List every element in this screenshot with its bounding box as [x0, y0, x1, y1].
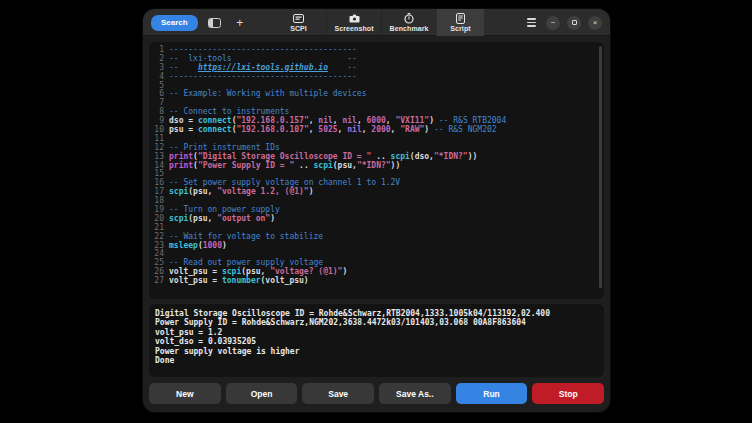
code-token: 2000	[371, 125, 390, 134]
stop-button[interactable]: Stop	[532, 383, 604, 404]
editor-scrollbar	[599, 46, 602, 295]
close-button[interactable]: ×	[588, 16, 602, 30]
code-text: msleep(1000)	[169, 242, 227, 251]
code-token: ))	[468, 152, 478, 161]
code-text: psu = connect("192.168.0.107", 5025, nil…	[169, 126, 497, 135]
code-token: ,	[386, 116, 396, 125]
code-line: 20scpi(psu, "output on")	[152, 215, 596, 224]
minimize-button[interactable]: −	[546, 16, 560, 30]
code-text: -- Example: Working with multiple device…	[169, 90, 366, 99]
code-token: scpi	[169, 214, 188, 223]
code-token: "VXI11"	[395, 116, 429, 125]
code-token: (psu,	[188, 214, 217, 223]
code-token: -- R&S NGM202	[434, 125, 497, 134]
save-button[interactable]: Save	[302, 383, 374, 404]
new-button[interactable]: New	[149, 383, 221, 404]
code-token: ---------------------------------------	[169, 45, 357, 54]
code-token: ))	[391, 161, 401, 170]
save-as-button[interactable]: Save As..	[379, 383, 451, 404]
tab-benchmark[interactable]: Benchmark	[381, 9, 436, 36]
tab-label: Benchmark	[389, 25, 428, 32]
main-menu-button[interactable]	[523, 15, 539, 31]
sidebar-toggle-icon	[208, 18, 221, 28]
code-token: connect	[198, 125, 232, 134]
code-token: -- lxi-tools --	[169, 54, 357, 63]
code-token: )	[429, 116, 439, 125]
code-token: scpi	[222, 267, 241, 276]
code-line: 23msleep(1000)	[152, 242, 596, 251]
code-token: "Power Supply ID = "	[198, 161, 294, 170]
tab-label: SCPI	[290, 25, 307, 32]
code-token: --	[169, 63, 198, 72]
code-text: print("Power Supply ID = " .. scpi(psu,"…	[169, 162, 400, 171]
new-tab-button[interactable]: +	[232, 15, 248, 31]
code-token: "*IDN?"	[357, 161, 391, 170]
plus-icon: +	[236, 17, 243, 29]
code-token: (psu,	[241, 267, 270, 276]
maximize-button[interactable]	[567, 16, 581, 30]
code-token: 5025	[318, 125, 337, 134]
code-line: 14print("Power Supply ID = " .. scpi(psu…	[152, 162, 596, 171]
code-token: ,	[391, 125, 401, 134]
code-token: "voltage 1.2, (@1)"	[217, 187, 309, 196]
editor-scrollbar-thumb[interactable]	[599, 46, 602, 288]
code-token: 6000	[367, 116, 386, 125]
code-token: "output on"	[217, 214, 270, 223]
code-token: scpi	[391, 152, 410, 161]
lxi-tools-link[interactable]: https://lxi-tools.github.io	[198, 63, 328, 72]
sidebar-toggle-button[interactable]	[207, 15, 223, 31]
code-token: "voltage? (@1)"	[270, 267, 342, 276]
code-token: volt_psu =	[169, 267, 222, 276]
code-token: "RAW"	[400, 125, 424, 134]
code-token: -- Print instrument IDs	[169, 143, 280, 152]
tab-screenshot[interactable]: Screenshot	[326, 9, 381, 36]
script-icon	[456, 13, 465, 24]
code-area: 1---------------------------------------…	[152, 46, 596, 295]
screenshot-icon	[349, 13, 360, 24]
code-text: ---------------------------------------	[169, 73, 357, 82]
script-editor[interactable]: 1---------------------------------------…	[149, 42, 604, 299]
code-token: "Digital Storage Oscilloscope ID = "	[198, 152, 371, 161]
header-right-group: − ×	[523, 9, 602, 36]
code-token: psu =	[169, 125, 198, 134]
code-token: ,	[333, 116, 343, 125]
code-token: (volt_psu)	[261, 276, 309, 285]
tab-label: Screenshot	[334, 25, 373, 32]
code-text: scpi(psu, "output on")	[169, 215, 275, 224]
code-token: nil	[347, 125, 361, 134]
code-token: )	[222, 241, 227, 250]
code-token: connect	[198, 116, 232, 125]
open-button[interactable]: Open	[226, 383, 298, 404]
code-token: ..	[371, 152, 390, 161]
tab-label: Script	[450, 25, 470, 32]
code-token: msleep	[169, 241, 198, 250]
header-left-group: Search +	[151, 9, 248, 36]
code-token: -- R&S RTB2004	[439, 116, 506, 125]
console-output-line: Power supply voltage is higher	[155, 347, 598, 356]
code-token: dso =	[169, 116, 198, 125]
close-icon: ×	[593, 19, 598, 27]
code-token: scpi	[169, 187, 188, 196]
code-token: -- Connect to instruments	[169, 107, 289, 116]
tab-script[interactable]: Script	[436, 9, 484, 36]
code-token: tonumber	[222, 276, 261, 285]
tab-scpi[interactable]: SCPI	[271, 9, 326, 36]
code-token: volt_psu =	[169, 276, 222, 285]
console-output-line: Digital Storage Oscilloscope ID = Rohde&…	[155, 309, 598, 318]
code-token: print	[169, 161, 193, 170]
code-token: )	[309, 187, 314, 196]
search-button[interactable]: Search	[151, 15, 198, 31]
code-token: -- Turn on power supply	[169, 205, 280, 214]
scpi-icon	[293, 13, 304, 24]
code-token: ---------------------------------------	[169, 72, 357, 81]
header-bar: Search + SCPIScreenshotBenchmarkScript −…	[143, 9, 610, 36]
code-token: (dso,	[410, 152, 434, 161]
run-button[interactable]: Run	[456, 383, 528, 404]
code-token: print	[169, 152, 193, 161]
line-number: 27	[152, 277, 164, 286]
code-text: volt_psu = tonumber(volt_psu)	[169, 277, 309, 286]
benchmark-icon	[404, 13, 414, 24]
code-line: 10psu = connect("192.168.0.107", 5025, n…	[152, 126, 596, 135]
code-token: (psu,	[188, 187, 217, 196]
minimize-icon: −	[551, 19, 556, 27]
